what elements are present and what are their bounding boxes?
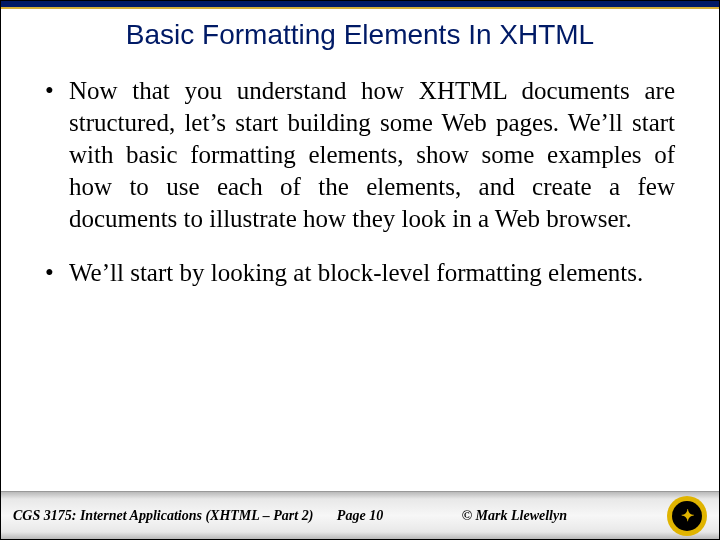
footer-course: CGS 3175: Internet Applications (XHTML –… xyxy=(13,508,313,524)
bullet-item: Now that you understand how XHTML docume… xyxy=(45,75,675,235)
bullet-list: Now that you understand how XHTML docume… xyxy=(45,75,675,289)
title-wrap: Basic Formatting Elements In XHTML xyxy=(1,9,719,57)
slide: Basic Formatting Elements In XHTML Now t… xyxy=(0,0,720,540)
bullet-item: We’ll start by looking at block-level fo… xyxy=(45,257,675,289)
logo-glyph: ✦ xyxy=(681,506,694,525)
top-accent-bars xyxy=(1,1,719,9)
ucf-logo-icon: ✦ xyxy=(667,496,707,536)
bullet-text: Now that you understand how XHTML docume… xyxy=(69,77,675,232)
slide-footer: CGS 3175: Internet Applications (XHTML –… xyxy=(1,491,719,539)
logo-inner: ✦ xyxy=(672,501,702,531)
footer-right-wrap: © Mark Llewellyn ✦ xyxy=(462,496,707,536)
logo-ring: ✦ xyxy=(667,496,707,536)
footer-copyright: © Mark Llewellyn xyxy=(462,508,567,524)
slide-body: Now that you understand how XHTML docume… xyxy=(1,57,719,491)
slide-title: Basic Formatting Elements In XHTML xyxy=(21,19,699,51)
bullet-text: We’ll start by looking at block-level fo… xyxy=(69,259,643,286)
